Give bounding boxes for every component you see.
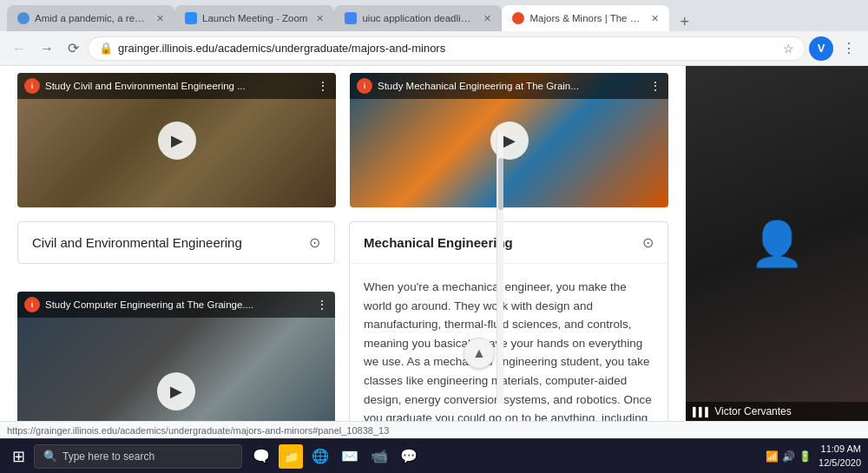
browser-window: Amid a pandemic, a reckoning f... ✕ Laun…: [0, 0, 868, 473]
tab-4-label: Majors & Minors | The Grainger...: [529, 13, 642, 23]
participant-avatar: 👤: [750, 219, 804, 269]
wifi-icon: 📶: [766, 450, 779, 463]
taskbar-teams-icon[interactable]: 💬: [397, 444, 421, 469]
tab-2-label: Launch Meeting - Zoom: [202, 13, 307, 23]
tab-4-close[interactable]: ✕: [651, 13, 659, 24]
civil-video-overlay: ▶: [17, 73, 336, 207]
content-area: i Study Civil and Environmental Engineer…: [0, 66, 868, 421]
civil-accordion[interactable]: Civil and Environmental Engineering ⊙: [17, 221, 335, 264]
status-bar: https://grainger.illinois.edu/academics/…: [0, 421, 868, 438]
status-url: https://grainger.illinois.edu/academics/…: [7, 425, 389, 436]
zoom-video: 👤: [686, 66, 868, 421]
scrollbar-thumb[interactable]: [498, 158, 503, 210]
tab-4[interactable]: Majors & Minors | The Grainger... ✕: [502, 5, 669, 31]
mechanical-panel-body: When you're a mechanical engineer, you m…: [350, 264, 667, 421]
webpage: i Study Civil and Environmental Engineer…: [0, 66, 686, 421]
taskbar-clock: 11:09 AM 12/5/2020: [819, 443, 861, 470]
taskbar-edge-icon[interactable]: 🌐: [308, 444, 332, 469]
profile-button[interactable]: V: [809, 36, 833, 61]
mechanical-panel-icon: ⊙: [642, 234, 654, 251]
middle-row: Civil and Environmental Engineering ⊙ i …: [17, 221, 668, 421]
tab-3[interactable]: uiuc application deadline - Goog... ✕: [334, 5, 502, 31]
zoom-panel: 👤 ▌▌▌ Victor Cervantes: [686, 66, 868, 421]
mechanical-panel: Mechanical Engineering ⊙ When you're a m…: [349, 221, 668, 421]
civil-accordion-title: Civil and Environmental Engineering: [32, 235, 242, 250]
taskbar-app-icons: 🗨️ 📁 🌐 ✉️ 📹 💬: [249, 444, 421, 469]
new-tab-button[interactable]: +: [673, 13, 696, 31]
civil-accordion-header[interactable]: Civil and Environmental Engineering ⊙: [18, 222, 334, 263]
computer-video-overlay: ▶: [17, 292, 335, 421]
taskbar-right: 📶 🔊 🔋 11:09 AM 12/5/2020: [766, 443, 861, 470]
taskbar-zoom-icon[interactable]: 📹: [367, 444, 391, 469]
taskbar-cortana-icon[interactable]: 🗨️: [249, 444, 273, 469]
nav-bar: ← → ⟳ 🔒 grainger.illinois.edu/academics/…: [0, 31, 868, 66]
civil-video-thumb[interactable]: i Study Civil and Environmental Engineer…: [17, 73, 336, 207]
windows-logo-icon[interactable]: ⊞: [7, 447, 30, 466]
tab-1-close[interactable]: ✕: [156, 13, 164, 24]
taskbar: ⊞ 🔍 Type here to search 🗨️ 📁 🌐 ✉️ 📹 💬 📶 …: [0, 438, 868, 473]
battery-icon: 🔋: [799, 450, 812, 463]
taskbar-search-placeholder: Type here to search: [62, 450, 155, 463]
tab-bar: Amid a pandemic, a reckoning f... ✕ Laun…: [0, 0, 868, 31]
left-column: Civil and Environmental Engineering ⊙ i …: [17, 221, 335, 421]
zoom-participant: 👤 ▌▌▌ Victor Cervantes: [686, 66, 868, 421]
tab-1[interactable]: Amid a pandemic, a reckoning f... ✕: [7, 5, 174, 31]
signal-icon: ▌▌▌: [693, 407, 711, 417]
taskbar-search-box[interactable]: 🔍 Type here to search: [34, 444, 242, 469]
address-bar[interactable]: 🔒 grainger.illinois.edu/academics/underg…: [88, 36, 806, 61]
mechanical-video-thumb[interactable]: i Study Mechanical Engineering at The Gr…: [350, 73, 668, 207]
civil-play-button[interactable]: ▶: [158, 122, 196, 160]
taskbar-date-display: 12/5/2020: [819, 457, 861, 470]
taskbar-email-icon[interactable]: ✉️: [338, 444, 362, 469]
taskbar-time-display: 11:09 AM: [819, 443, 861, 456]
page-scrollbar[interactable]: [496, 132, 503, 404]
tab-3-close[interactable]: ✕: [483, 13, 491, 24]
volume-icon: 🔊: [782, 450, 795, 463]
menu-button[interactable]: ⋮: [837, 36, 861, 60]
civil-accordion-icon: ⊙: [309, 234, 320, 251]
computer-play-button[interactable]: ▶: [157, 372, 195, 411]
tab-1-label: Amid a pandemic, a reckoning f...: [35, 13, 148, 23]
forward-button[interactable]: →: [35, 37, 59, 60]
taskbar-search-icon: 🔍: [43, 450, 57, 463]
scroll-to-top-button[interactable]: ▲: [464, 338, 495, 369]
tab-2-close[interactable]: ✕: [316, 13, 324, 24]
tab-2[interactable]: Launch Meeting - Zoom ✕: [174, 5, 334, 31]
address-url: grainger.illinois.edu/academics/undergra…: [118, 42, 778, 55]
refresh-button[interactable]: ⟳: [62, 36, 84, 60]
nav-icons: V ⋮: [809, 36, 861, 61]
back-button[interactable]: ←: [7, 37, 31, 60]
mechanical-video-overlay: ▶: [350, 73, 668, 207]
tab-3-label: uiuc application deadline - Goog...: [362, 13, 475, 23]
mechanical-panel-header[interactable]: Mechanical Engineering ⊙: [350, 222, 667, 264]
mechanical-panel-title: Mechanical Engineering: [364, 235, 513, 250]
computer-video-thumb[interactable]: i Study Computer Engineering at The Grai…: [17, 292, 335, 421]
lock-icon: 🔒: [99, 42, 113, 55]
star-icon[interactable]: ☆: [783, 42, 794, 56]
top-video-row: i Study Civil and Environmental Engineer…: [17, 73, 668, 207]
taskbar-explorer-icon[interactable]: 📁: [279, 444, 303, 469]
zoom-name-bar: ▌▌▌ Victor Cervantes: [686, 402, 868, 421]
participant-name: Victor Cervantes: [714, 405, 791, 417]
webpage-inner: i Study Civil and Environmental Engineer…: [0, 66, 686, 421]
taskbar-sys-icons: 📶 🔊 🔋: [766, 450, 812, 463]
